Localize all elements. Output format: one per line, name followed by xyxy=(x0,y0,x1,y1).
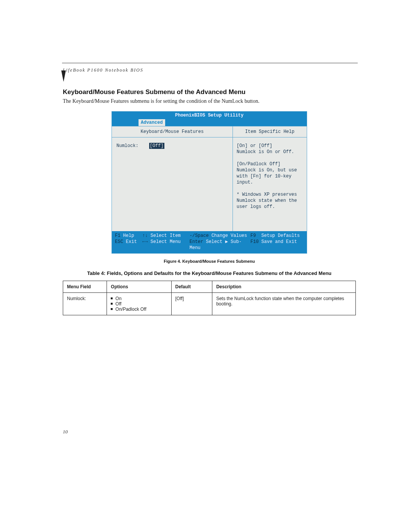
bios-left-pane: Keyboard/Mouse Features Numlock: [Off] xyxy=(112,126,233,231)
td-menu-field: Numlock: xyxy=(63,293,107,315)
document-header: LifeBook P1600 Notebook BIOS xyxy=(63,67,356,73)
bios-footer-row1: F1 Help ↑↓ Select Item -/Space Change Va… xyxy=(115,233,304,239)
th-description: Description xyxy=(212,281,356,293)
key-leftright: ←→ xyxy=(142,239,148,244)
bios-footer-row2: ESC Exit ←→ Select Menu Enter Select ▶ S… xyxy=(115,239,304,251)
list-item: Off xyxy=(111,301,167,307)
table-header-row: Menu Field Options Default Description xyxy=(63,281,356,293)
td-description: Sets the NumLock function state when the… xyxy=(212,293,356,315)
bios-field-value[interactable]: [Off] xyxy=(149,143,164,149)
label-help: Help xyxy=(123,233,134,238)
th-options: Options xyxy=(107,281,171,293)
bios-field-numlock[interactable]: Numlock: [Off] xyxy=(116,143,228,149)
label-exit: Exit xyxy=(126,239,137,244)
figure-caption: Figure 4. Keyboard/Mouse Features Submen… xyxy=(63,259,356,264)
th-menu-field: Menu Field xyxy=(63,281,107,293)
key-enter: Enter xyxy=(190,239,203,244)
options-list: On Off On/Padlock Off xyxy=(111,296,167,312)
key-space: -/Space xyxy=(190,233,209,238)
key-f1: F1 xyxy=(115,233,120,238)
bios-footer: F1 Help ↑↓ Select Item -/Space Change Va… xyxy=(112,231,307,253)
header-rule xyxy=(62,63,358,63)
bios-left-heading: Keyboard/Mouse Features xyxy=(112,126,233,137)
bios-right-heading: Item Specific Help xyxy=(233,126,307,137)
label-setup-defaults: Setup Defaults xyxy=(261,233,300,238)
bios-left-content: Numlock: [Off] xyxy=(112,137,233,231)
label-save-exit: Save and Exit xyxy=(261,239,297,244)
table-row: Numlock: On Off On/Padlock Off [Off] Set… xyxy=(63,293,356,315)
key-f10: F10 xyxy=(250,239,259,244)
label-select-item: Select Item xyxy=(151,233,181,238)
key-esc: ESC xyxy=(115,239,123,244)
bios-tab-advanced[interactable]: Advanced xyxy=(139,119,165,126)
bios-field-label: Numlock: xyxy=(116,143,139,149)
bios-screenshot: PhoenixBIOS Setup Utility Advanced Keybo… xyxy=(112,111,307,254)
list-item: On xyxy=(111,296,167,301)
section-title: Keyboard/Mouse Features Submenu of the A… xyxy=(63,88,356,96)
bios-body: Keyboard/Mouse Features Numlock: [Off] I… xyxy=(112,126,307,231)
header-tail-icon xyxy=(61,70,66,82)
key-f9: F9 xyxy=(250,233,256,238)
td-default: [Off] xyxy=(171,293,212,315)
page: LifeBook P1600 Notebook BIOS Keyboard/Mo… xyxy=(0,0,411,532)
label-select-menu: Select Menu xyxy=(151,239,181,244)
page-number: 10 xyxy=(63,429,68,435)
bios-help-text: [On] or [Off] Numlock is On or Off. [On/… xyxy=(233,137,307,231)
td-options: On Off On/Padlock Off xyxy=(107,293,171,315)
definitions-table: Menu Field Options Default Description N… xyxy=(63,281,356,315)
bios-title: PhoenixBIOS Setup Utility xyxy=(112,112,307,119)
th-default: Default xyxy=(171,281,212,293)
list-item: On/Padlock Off xyxy=(111,307,167,312)
key-updown: ↑↓ xyxy=(142,233,148,238)
intro-text: The Keyboard/Mouse Features submenu is f… xyxy=(63,98,356,104)
table-title: Table 4: Fields, Options and Defaults fo… xyxy=(63,270,356,276)
bios-tabs: Advanced xyxy=(112,119,307,126)
bios-right-pane: Item Specific Help [On] or [Off] Numlock… xyxy=(233,126,307,231)
label-change-values: Change Values xyxy=(212,233,247,238)
